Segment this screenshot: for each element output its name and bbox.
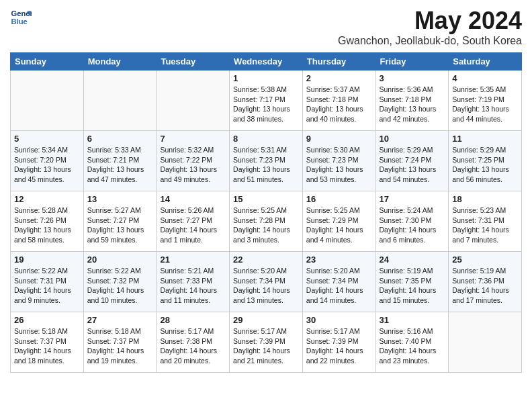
- calendar-week-1: 1Sunrise: 5:38 AMSunset: 7:17 PMDaylight…: [11, 71, 522, 131]
- day-info: Sunrise: 5:17 AMSunset: 7:39 PMDaylight:…: [306, 326, 372, 366]
- day-number: 1: [233, 73, 299, 83]
- calendar-cell: 1Sunrise: 5:38 AMSunset: 7:17 PMDaylight…: [230, 71, 303, 131]
- day-number: 2: [306, 73, 372, 83]
- day-info: Sunrise: 5:25 AMSunset: 7:28 PMDaylight:…: [233, 205, 299, 245]
- calendar-cell: 10Sunrise: 5:29 AMSunset: 7:24 PMDayligh…: [375, 131, 449, 191]
- day-info: Sunrise: 5:22 AMSunset: 7:32 PMDaylight:…: [87, 266, 153, 306]
- day-number: 10: [380, 134, 445, 144]
- day-info: Sunrise: 5:20 AMSunset: 7:34 PMDaylight:…: [306, 266, 372, 306]
- day-number: 18: [452, 194, 518, 204]
- calendar-cell: 13Sunrise: 5:27 AMSunset: 7:27 PMDayligh…: [83, 191, 157, 252]
- weekday-header-saturday: Saturday: [449, 53, 522, 71]
- calendar-cell: 26Sunrise: 5:18 AMSunset: 7:37 PMDayligh…: [11, 312, 84, 373]
- calendar-cell: 28Sunrise: 5:17 AMSunset: 7:38 PMDayligh…: [157, 312, 230, 373]
- weekday-header-thursday: Thursday: [302, 53, 375, 71]
- day-info: Sunrise: 5:20 AMSunset: 7:34 PMDaylight:…: [233, 266, 299, 306]
- day-number: 9: [306, 134, 372, 144]
- day-info: Sunrise: 5:24 AMSunset: 7:30 PMDaylight:…: [380, 205, 445, 245]
- day-number: 16: [306, 194, 372, 204]
- day-number: 25: [452, 255, 518, 265]
- day-info: Sunrise: 5:33 AMSunset: 7:21 PMDaylight:…: [87, 145, 153, 185]
- calendar-cell: 18Sunrise: 5:23 AMSunset: 7:31 PMDayligh…: [449, 191, 522, 252]
- day-number: 22: [233, 255, 299, 265]
- calendar-cell: 29Sunrise: 5:17 AMSunset: 7:39 PMDayligh…: [230, 312, 303, 373]
- day-info: Sunrise: 5:25 AMSunset: 7:29 PMDaylight:…: [306, 205, 372, 245]
- day-info: Sunrise: 5:29 AMSunset: 7:25 PMDaylight:…: [452, 145, 518, 185]
- day-info: Sunrise: 5:34 AMSunset: 7:20 PMDaylight:…: [14, 145, 80, 185]
- day-info: Sunrise: 5:28 AMSunset: 7:26 PMDaylight:…: [14, 205, 80, 245]
- calendar-cell: 16Sunrise: 5:25 AMSunset: 7:29 PMDayligh…: [302, 191, 375, 252]
- calendar-cell: 17Sunrise: 5:24 AMSunset: 7:30 PMDayligh…: [375, 191, 449, 252]
- day-info: Sunrise: 5:29 AMSunset: 7:24 PMDaylight:…: [380, 145, 445, 185]
- day-info: Sunrise: 5:18 AMSunset: 7:37 PMDaylight:…: [87, 326, 153, 366]
- calendar-cell: 7Sunrise: 5:32 AMSunset: 7:22 PMDaylight…: [157, 131, 230, 191]
- day-info: Sunrise: 5:21 AMSunset: 7:33 PMDaylight:…: [160, 266, 226, 306]
- calendar-cell: 25Sunrise: 5:19 AMSunset: 7:36 PMDayligh…: [449, 252, 522, 312]
- day-number: 4: [452, 73, 518, 83]
- calendar-body: 1Sunrise: 5:38 AMSunset: 7:17 PMDaylight…: [11, 71, 522, 373]
- day-number: 8: [233, 134, 299, 144]
- logo: General Blue: [10, 7, 32, 28]
- page-header: General Blue May 2024 Gwanchon, Jeollabu…: [10, 7, 522, 47]
- calendar-week-3: 12Sunrise: 5:28 AMSunset: 7:26 PMDayligh…: [11, 191, 522, 252]
- day-info: Sunrise: 5:26 AMSunset: 7:27 PMDaylight:…: [160, 205, 226, 245]
- title-block: May 2024 Gwanchon, Jeollabuk-do, South K…: [338, 7, 522, 47]
- day-number: 12: [14, 194, 80, 204]
- day-info: Sunrise: 5:17 AMSunset: 7:39 PMDaylight:…: [233, 326, 299, 366]
- calendar-cell: 19Sunrise: 5:22 AMSunset: 7:31 PMDayligh…: [11, 252, 84, 312]
- calendar-cell: 5Sunrise: 5:34 AMSunset: 7:20 PMDaylight…: [11, 131, 84, 191]
- day-info: Sunrise: 5:36 AMSunset: 7:18 PMDaylight:…: [380, 85, 445, 124]
- day-number: 30: [306, 315, 372, 325]
- calendar-cell: 14Sunrise: 5:26 AMSunset: 7:27 PMDayligh…: [157, 191, 230, 252]
- calendar-cell: 23Sunrise: 5:20 AMSunset: 7:34 PMDayligh…: [302, 252, 375, 312]
- day-number: 19: [14, 255, 80, 265]
- calendar-cell: 27Sunrise: 5:18 AMSunset: 7:37 PMDayligh…: [83, 312, 157, 373]
- day-info: Sunrise: 5:32 AMSunset: 7:22 PMDaylight:…: [160, 145, 226, 185]
- location-title: Gwanchon, Jeollabuk-do, South Korea: [338, 35, 522, 47]
- day-number: 11: [452, 134, 518, 144]
- calendar-cell: [11, 71, 84, 131]
- day-info: Sunrise: 5:17 AMSunset: 7:38 PMDaylight:…: [160, 326, 226, 366]
- day-number: 31: [380, 315, 445, 325]
- weekday-header-sunday: Sunday: [11, 53, 84, 71]
- day-info: Sunrise: 5:31 AMSunset: 7:23 PMDaylight:…: [233, 145, 299, 185]
- day-info: Sunrise: 5:35 AMSunset: 7:19 PMDaylight:…: [452, 85, 518, 124]
- calendar-week-5: 26Sunrise: 5:18 AMSunset: 7:37 PMDayligh…: [11, 312, 522, 373]
- day-number: 15: [233, 194, 299, 204]
- calendar-cell: [449, 312, 522, 373]
- calendar-cell: 20Sunrise: 5:22 AMSunset: 7:32 PMDayligh…: [83, 252, 157, 312]
- calendar-week-4: 19Sunrise: 5:22 AMSunset: 7:31 PMDayligh…: [11, 252, 522, 312]
- day-number: 28: [160, 315, 226, 325]
- day-number: 24: [380, 255, 445, 265]
- day-number: 29: [233, 315, 299, 325]
- calendar-cell: 31Sunrise: 5:16 AMSunset: 7:40 PMDayligh…: [375, 312, 449, 373]
- weekday-header-row: SundayMondayTuesdayWednesdayThursdayFrid…: [11, 53, 522, 71]
- day-info: Sunrise: 5:23 AMSunset: 7:31 PMDaylight:…: [452, 205, 518, 245]
- day-info: Sunrise: 5:16 AMSunset: 7:40 PMDaylight:…: [380, 326, 445, 366]
- weekday-header-monday: Monday: [83, 53, 157, 71]
- day-number: 26: [14, 315, 80, 325]
- calendar-cell: 24Sunrise: 5:19 AMSunset: 7:35 PMDayligh…: [375, 252, 449, 312]
- calendar-week-2: 5Sunrise: 5:34 AMSunset: 7:20 PMDaylight…: [11, 131, 522, 191]
- calendar-cell: [157, 71, 230, 131]
- day-number: 6: [87, 134, 153, 144]
- day-info: Sunrise: 5:18 AMSunset: 7:37 PMDaylight:…: [14, 326, 80, 366]
- day-number: 21: [160, 255, 226, 265]
- day-info: Sunrise: 5:27 AMSunset: 7:27 PMDaylight:…: [87, 205, 153, 245]
- day-number: 5: [14, 134, 80, 144]
- logo-icon: General Blue: [10, 7, 32, 28]
- calendar-cell: 12Sunrise: 5:28 AMSunset: 7:26 PMDayligh…: [11, 191, 84, 252]
- day-number: 3: [380, 73, 445, 83]
- weekday-header-friday: Friday: [375, 53, 449, 71]
- day-info: Sunrise: 5:19 AMSunset: 7:36 PMDaylight:…: [452, 266, 518, 306]
- day-info: Sunrise: 5:37 AMSunset: 7:18 PMDaylight:…: [306, 85, 372, 124]
- day-number: 13: [87, 194, 153, 204]
- calendar-cell: 2Sunrise: 5:37 AMSunset: 7:18 PMDaylight…: [302, 71, 375, 131]
- calendar-cell: 21Sunrise: 5:21 AMSunset: 7:33 PMDayligh…: [157, 252, 230, 312]
- day-info: Sunrise: 5:19 AMSunset: 7:35 PMDaylight:…: [380, 266, 445, 306]
- calendar-cell: 11Sunrise: 5:29 AMSunset: 7:25 PMDayligh…: [449, 131, 522, 191]
- day-number: 23: [306, 255, 372, 265]
- day-number: 14: [160, 194, 226, 204]
- calendar-cell: 6Sunrise: 5:33 AMSunset: 7:21 PMDaylight…: [83, 131, 157, 191]
- weekday-header-wednesday: Wednesday: [230, 53, 303, 71]
